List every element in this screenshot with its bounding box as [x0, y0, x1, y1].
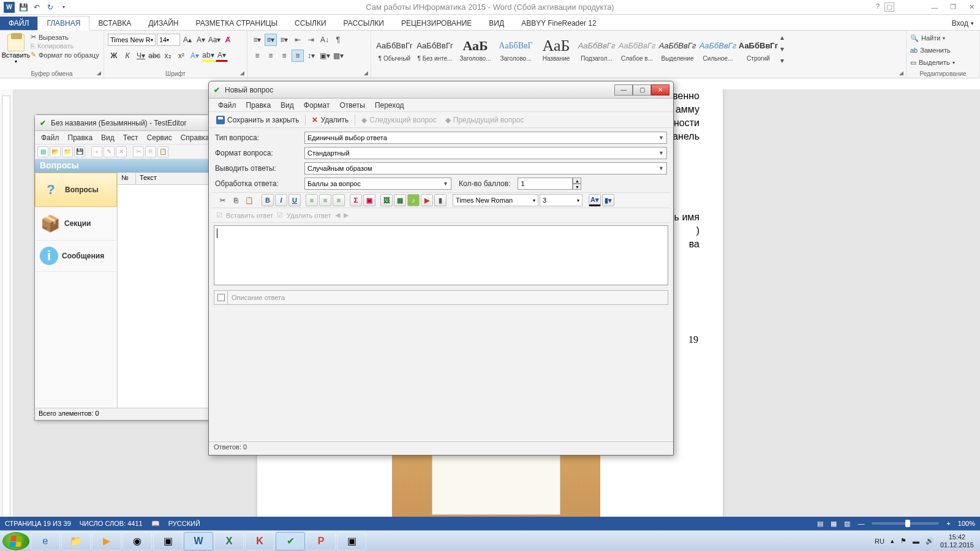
style-weak[interactable]: АаБбВвГгСлабое в...: [619, 32, 655, 66]
nq-menu-file[interactable]: Файл: [214, 100, 241, 111]
ed-align-right-icon[interactable]: ≡: [333, 194, 345, 206]
te-copy-icon[interactable]: ⎘: [145, 146, 156, 157]
justify-icon[interactable]: ≡: [292, 50, 304, 62]
nq-minimize-icon[interactable]: —: [614, 84, 633, 96]
change-case-icon[interactable]: Aa▾: [208, 34, 221, 46]
question-text-input[interactable]: [214, 225, 668, 285]
tab-insert[interactable]: ВСТАВКА: [89, 17, 140, 30]
task-chrome[interactable]: ◉: [123, 532, 152, 550]
borders-icon[interactable]: ▦▾: [332, 50, 344, 62]
shading-icon[interactable]: ▣▾: [318, 50, 331, 62]
copy-button[interactable]: ⎘Копировать: [31, 42, 99, 50]
align-right-icon[interactable]: ≡: [278, 50, 290, 62]
highlight-icon[interactable]: ab▾: [202, 50, 214, 62]
view-web-icon[interactable]: ▥: [844, 520, 850, 528]
login-link[interactable]: Вход▾: [946, 17, 980, 30]
shrink-font-icon[interactable]: A▾: [195, 34, 207, 46]
output-select[interactable]: Случайным образом▼: [304, 162, 667, 174]
te-side-messages[interactable]: i Сообщения: [35, 241, 117, 272]
save-icon[interactable]: 💾: [18, 2, 28, 12]
task-app2[interactable]: ▣: [337, 532, 366, 550]
format-select[interactable]: Стандартный▼: [304, 147, 667, 159]
te-cut-icon[interactable]: ✂: [133, 146, 144, 157]
ed-image-icon[interactable]: 🖼: [380, 194, 393, 206]
strike-icon[interactable]: abc: [148, 50, 160, 62]
style-title[interactable]: АаБНазвание: [538, 32, 575, 66]
ed-align-center-icon[interactable]: ≡: [319, 194, 331, 206]
te-question-list[interactable]: № Текст: [118, 173, 209, 408]
nq-save-close-button[interactable]: Сохранить и закрыть: [214, 114, 301, 126]
te-side-sections[interactable]: 📦 Секции: [35, 207, 117, 241]
answer-checkbox[interactable]: [214, 291, 228, 304]
bold-icon[interactable]: Ж: [108, 50, 120, 62]
insert-answer-button[interactable]: Вставить ответ: [226, 212, 273, 219]
nq-close-icon[interactable]: ✕: [651, 84, 669, 96]
view-print-icon[interactable]: ▤: [817, 520, 823, 528]
zoom-in-icon[interactable]: +: [946, 520, 950, 527]
task-app1[interactable]: ▣: [153, 532, 183, 550]
style-strict[interactable]: АаБбВвГгСтрогий: [740, 32, 777, 66]
sort-icon[interactable]: A↓: [318, 34, 331, 46]
tab-view[interactable]: ВИД: [480, 17, 513, 30]
task-word[interactable]: W: [184, 532, 213, 550]
nq-maximize-icon[interactable]: ▢: [633, 84, 651, 96]
ed-copy-icon[interactable]: ⎘: [230, 194, 242, 206]
nq-menu-nav[interactable]: Переход: [371, 100, 409, 111]
align-center-icon[interactable]: ≡: [265, 50, 277, 62]
dialog-launcher-icon[interactable]: ◢: [238, 69, 246, 77]
replace-button[interactable]: abЗаменить: [910, 44, 976, 56]
tray-net-icon[interactable]: ▬: [913, 538, 919, 545]
italic-icon[interactable]: К: [121, 50, 134, 62]
find-button[interactable]: 🔍Найти▾: [910, 32, 976, 44]
answer-row[interactable]: Описание ответа: [214, 290, 668, 305]
task-explorer[interactable]: 📁: [61, 532, 91, 550]
ed-object-icon[interactable]: ▮: [434, 194, 447, 206]
score-input[interactable]: [518, 178, 573, 190]
ribbon-opts-icon[interactable]: ▢: [884, 2, 894, 12]
col-num[interactable]: №: [118, 173, 136, 184]
nq-delete-button[interactable]: ✕Удалить: [309, 114, 351, 126]
move-up-icon[interactable]: ◀: [335, 211, 340, 219]
ed-highlight-icon[interactable]: ▮▾: [602, 194, 614, 206]
tab-design[interactable]: ДИЗАЙН: [140, 17, 187, 30]
style-normal[interactable]: АаБбВвГг¶ Обычный: [376, 32, 413, 66]
ed-align-left-icon[interactable]: ≡: [306, 194, 318, 206]
ed-font-color-icon[interactable]: A▾: [589, 194, 601, 206]
ed-font-select[interactable]: Times New Roman▾: [453, 194, 538, 206]
numbering-icon[interactable]: ≡▾: [265, 34, 277, 46]
clock[interactable]: 15:4201.12.2015: [940, 533, 974, 549]
grow-font-icon[interactable]: A▴: [181, 34, 194, 46]
redo-icon[interactable]: ↻: [45, 2, 55, 12]
zoom-level[interactable]: 100%: [958, 520, 975, 527]
font-size-select[interactable]: 14▾: [157, 34, 180, 46]
paste-button[interactable]: Вставить ▾: [4, 32, 28, 64]
style-strong[interactable]: АаБбВвГгСильное...: [699, 32, 736, 66]
style-h2[interactable]: АаБбВвГЗаголово...: [497, 32, 534, 66]
te-menu-edit[interactable]: Правка: [64, 132, 97, 143]
dialog-launcher-icon[interactable]: ◢: [95, 69, 102, 77]
task-wmp[interactable]: ▶: [92, 532, 121, 550]
font-name-select[interactable]: Times New R▾: [108, 34, 156, 46]
score-spinner[interactable]: ▲▼: [518, 178, 581, 190]
nq-titlebar[interactable]: ✔ Новый вопрос — ▢ ✕: [209, 81, 673, 99]
tray-up-icon[interactable]: ▴: [891, 537, 894, 545]
task-kaspersky[interactable]: K: [245, 532, 274, 550]
task-ie[interactable]: e: [31, 532, 60, 550]
ed-underline-icon[interactable]: U: [288, 194, 301, 206]
style-h1[interactable]: АаБЗаголово...: [457, 32, 494, 66]
te-menu-file[interactable]: Файл: [37, 132, 63, 143]
format-painter-button[interactable]: ✎Формат по образцу: [31, 51, 99, 59]
clear-format-icon[interactable]: A̸: [222, 34, 234, 46]
superscript-icon[interactable]: x²: [175, 50, 187, 62]
help-icon[interactable]: ?: [876, 2, 880, 12]
font-color-icon[interactable]: A▾: [216, 50, 228, 62]
task-testeditor[interactable]: ✔: [276, 532, 305, 550]
word-count[interactable]: ЧИСЛО СЛОВ: 4411: [80, 520, 143, 527]
spellcheck-icon[interactable]: 📖: [151, 520, 160, 528]
tray-action-icon[interactable]: ⚑: [900, 537, 907, 545]
bullets-icon[interactable]: ≡▾: [251, 34, 263, 46]
nq-menu-view[interactable]: Вид: [276, 100, 298, 111]
align-left-icon[interactable]: ≡: [251, 50, 263, 62]
dialog-launcher-icon[interactable]: ◢: [897, 69, 905, 77]
style-emph[interactable]: АаБбВвГгВыделение: [659, 32, 696, 66]
